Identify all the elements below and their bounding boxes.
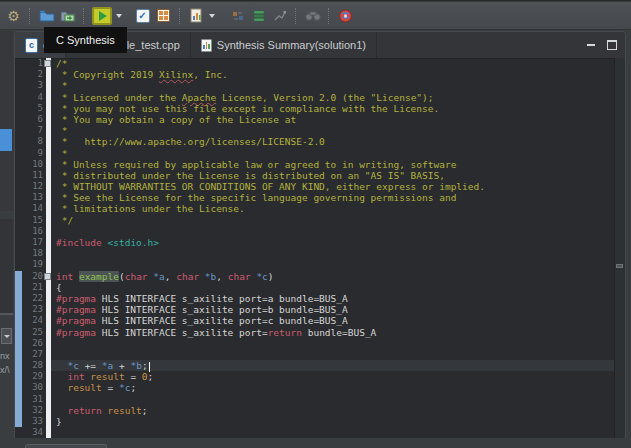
line-number[interactable]: 7 — [22, 125, 43, 136]
line-number[interactable]: 1 — [22, 58, 43, 69]
change-bar — [15, 282, 22, 293]
overview-ruler[interactable] — [614, 58, 625, 438]
code-line-34[interactable] — [56, 427, 614, 438]
code-line-14[interactable]: * limitations under the License. — [56, 203, 614, 214]
line-number[interactable]: 26 — [22, 338, 43, 349]
run-c-synthesis-button[interactable] — [90, 5, 114, 27]
line-number[interactable]: 6 — [22, 114, 43, 125]
code-line-13[interactable]: * See the License for the specific langu… — [56, 192, 614, 203]
line-number[interactable]: 17 — [22, 237, 43, 248]
line-number[interactable]: 25 — [22, 327, 43, 338]
toolbar-separator — [83, 8, 85, 24]
report-icon[interactable] — [186, 5, 207, 27]
ruler-marker[interactable] — [616, 264, 623, 268]
dataflow-icon[interactable] — [269, 5, 290, 27]
code-line-8[interactable]: * http://www.apache.org/licenses/LICENSE… — [56, 136, 614, 147]
line-number[interactable]: 33 — [22, 416, 43, 427]
code-editor[interactable]: 1234567891011121314151617181920212223242… — [15, 58, 625, 438]
code-lines[interactable]: /* * Copyright 2019 Xilinx, Inc. * * Lic… — [51, 58, 614, 438]
fold-marker[interactable] — [44, 60, 51, 67]
code-line-21[interactable]: { — [56, 282, 614, 293]
line-number[interactable]: 18 — [22, 248, 43, 259]
fold-strip[interactable] — [46, 58, 51, 438]
line-number[interactable]: 13 — [22, 192, 43, 203]
line-number[interactable]: 34 — [22, 427, 43, 438]
line-number[interactable]: 27 — [22, 349, 43, 360]
code-line-32[interactable]: return result; — [56, 405, 614, 416]
layers-icon[interactable] — [248, 5, 269, 27]
code-line-28[interactable]: *c += *a + *b; — [51, 360, 614, 371]
line-number[interactable]: 5 — [22, 103, 43, 114]
code-line-17[interactable]: #include <stdio.h> — [56, 237, 614, 248]
code-line-12[interactable]: * WITHOUT WARRANTIES OR CONDITIONS OF AN… — [56, 181, 614, 192]
line-number[interactable]: 19 — [22, 259, 43, 270]
line-number[interactable]: 20 — [22, 271, 43, 282]
code-line-4[interactable]: * Licensed under the Apache License, Ver… — [56, 92, 614, 103]
folder-import-icon[interactable] — [57, 5, 78, 27]
line-number[interactable]: 9 — [22, 148, 43, 159]
code-line-19[interactable] — [56, 259, 614, 270]
code-line-11[interactable]: * distributed under the License is distr… — [56, 170, 614, 181]
line-number[interactable]: 22 — [22, 293, 43, 304]
code-line-16[interactable] — [56, 226, 614, 237]
line-number[interactable]: 12 — [22, 181, 43, 192]
line-number[interactable]: 21 — [22, 282, 43, 293]
change-bar — [15, 327, 22, 338]
line-number[interactable]: 14 — [22, 203, 43, 214]
maximize-icon[interactable] — [607, 40, 617, 50]
code-line-20[interactable]: int example(char *a, char *b, char *c) — [56, 271, 614, 282]
line-number[interactable]: 15 — [22, 215, 43, 226]
code-line-3[interactable]: * — [56, 80, 614, 91]
code-line-6[interactable]: * You may obtain a copy of the License a… — [56, 114, 614, 125]
run-dropdown-caret-icon[interactable] — [116, 14, 122, 18]
line-number[interactable]: 23 — [22, 304, 43, 315]
code-line-22[interactable]: #pragma HLS INTERFACE s_axilite port=a b… — [56, 293, 614, 304]
validate-checkbox-icon[interactable]: ✓ — [132, 5, 153, 27]
bottom-panel-edge[interactable] — [25, 444, 107, 448]
line-number[interactable]: 32 — [22, 405, 43, 416]
tab-synthesis-summary[interactable]: Synthesis Summary(solution1) — [191, 32, 377, 58]
line-number[interactable]: 2 — [22, 69, 43, 80]
left-panel-selected-item[interactable] — [0, 129, 12, 151]
code-line-24[interactable]: #pragma HLS INTERFACE s_axilite port=c b… — [56, 315, 614, 326]
code-line-7[interactable]: * — [56, 125, 614, 136]
code-line-30[interactable]: result = *c; — [56, 382, 614, 393]
code-line-26[interactable] — [56, 338, 614, 349]
code-line-33[interactable]: } — [56, 416, 614, 427]
open-folder-icon[interactable] — [36, 5, 57, 27]
search-binoculars-icon[interactable] — [302, 5, 323, 27]
line-number[interactable]: 3 — [22, 80, 43, 91]
line-number[interactable]: 4 — [22, 92, 43, 103]
report-dropdown-caret-icon[interactable] — [209, 14, 215, 18]
perspective-help-icon[interactable] — [335, 5, 356, 27]
code-line-29[interactable]: int result = 0; — [56, 371, 614, 382]
table-grid-icon[interactable] — [153, 5, 174, 27]
line-number[interactable]: 28 — [22, 360, 43, 371]
toolbar-separator — [328, 8, 330, 24]
code-line-23[interactable]: #pragma HLS INTERFACE s_axilite port=b b… — [56, 304, 614, 315]
left-panel-dropdown[interactable] — [1, 328, 12, 344]
code-line-10[interactable]: * Unless required by applicable law or a… — [56, 159, 614, 170]
code-line-5[interactable]: * you may not use this file except in co… — [56, 103, 614, 114]
line-number[interactable]: 8 — [22, 136, 43, 147]
code-line-18[interactable] — [56, 248, 614, 259]
code-line-2[interactable]: * Copyright 2019 Xilinx, Inc. — [56, 69, 614, 80]
code-line-31[interactable] — [56, 394, 614, 405]
line-number-gutter[interactable]: 1234567891011121314151617181920212223242… — [22, 58, 46, 438]
code-line-25[interactable]: #pragma HLS INTERFACE s_axilite port=ret… — [56, 327, 614, 338]
line-number[interactable]: 11 — [22, 170, 43, 181]
fold-marker[interactable] — [44, 273, 51, 280]
compare-reports-icon[interactable] — [227, 5, 248, 27]
code-line-27[interactable] — [56, 349, 614, 360]
settings-gear-icon[interactable]: ⚙ — [3, 5, 24, 27]
code-line-1[interactable]: /* — [56, 58, 614, 69]
line-number[interactable]: 29 — [22, 371, 43, 382]
line-number[interactable]: 10 — [22, 159, 43, 170]
line-number[interactable]: 16 — [22, 226, 43, 237]
line-number[interactable]: 31 — [22, 394, 43, 405]
code-line-9[interactable]: * — [56, 148, 614, 159]
code-line-15[interactable]: */ — [56, 215, 614, 226]
line-number[interactable]: 24 — [22, 315, 43, 326]
line-number[interactable]: 30 — [22, 382, 43, 393]
minimize-icon[interactable] — [587, 44, 595, 46]
